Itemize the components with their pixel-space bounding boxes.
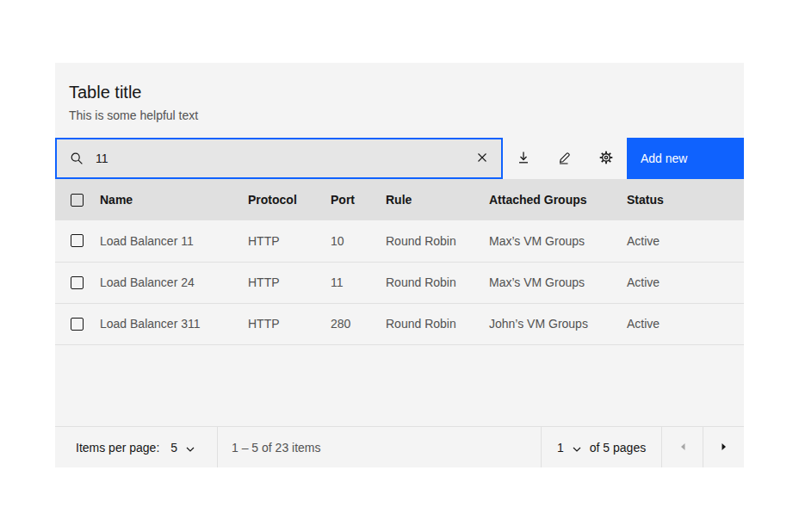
chevron-down-icon xyxy=(186,441,195,455)
column-header-rule: Rule xyxy=(386,179,489,220)
add-new-button-label: Add new xyxy=(641,152,687,165)
items-per-page-label: Items per page: xyxy=(76,441,159,455)
page-number-section: 1 of 5 pages xyxy=(541,427,661,467)
row-checkbox[interactable] xyxy=(71,234,84,247)
cell-name: Load Balancer 11 xyxy=(100,220,248,262)
page-number-value: 1 xyxy=(557,441,564,455)
cell-protocol: HTTP xyxy=(248,262,331,303)
chevron-down-icon xyxy=(573,441,581,455)
column-header-protocol: Protocol xyxy=(248,179,331,220)
previous-page-button[interactable] xyxy=(661,427,703,467)
download-button[interactable] xyxy=(503,138,544,179)
cell-protocol: HTTP xyxy=(248,220,331,262)
row-checkbox[interactable] xyxy=(71,318,84,331)
edit-icon xyxy=(558,151,572,167)
cell-name: Load Balancer 24 xyxy=(100,262,248,303)
settings-icon xyxy=(599,151,613,167)
cell-rule: Round Robin xyxy=(386,262,489,303)
cell-status: Active xyxy=(627,220,744,262)
column-header-name: Name xyxy=(100,179,248,220)
edit-button[interactable] xyxy=(544,138,585,179)
download-icon xyxy=(517,151,530,167)
add-new-button[interactable]: Add new xyxy=(627,138,744,179)
next-page-button[interactable] xyxy=(703,427,744,467)
caret-right-icon xyxy=(721,441,728,454)
cell-name: Load Balancer 311 xyxy=(100,303,248,344)
cell-attached-groups: John’s VM Groups xyxy=(489,303,627,344)
clear-search-button[interactable] xyxy=(468,145,496,172)
items-per-page-section: Items per page: 5 xyxy=(55,427,217,467)
close-icon xyxy=(477,152,487,165)
cell-port: 11 xyxy=(331,262,386,303)
table-toolbar: Add new xyxy=(55,138,744,179)
cell-rule: Round Robin xyxy=(386,220,489,262)
pages-count-label: of 5 pages xyxy=(590,441,646,455)
settings-button[interactable] xyxy=(585,138,627,179)
table-row: Load Balancer 24 HTTP 11 Round Robin Max… xyxy=(55,262,744,303)
data-table: Name Protocol Port Rule Attached Groups … xyxy=(55,179,744,345)
cell-port: 280 xyxy=(331,303,386,344)
table-row: Load Balancer 11 HTTP 10 Round Robin Max… xyxy=(55,220,744,262)
pagination-bar: Items per page: 5 1 – 5 of 23 items 1 of… xyxy=(55,426,744,467)
page-title: Table title xyxy=(69,81,730,103)
cell-status: Active xyxy=(627,262,744,303)
data-table-card: Table title This is some helpful text xyxy=(55,63,744,467)
cell-rule: Round Robin xyxy=(386,303,489,344)
column-header-port: Port xyxy=(331,179,386,220)
cell-port: 10 xyxy=(331,220,386,262)
cell-protocol: HTTP xyxy=(248,303,331,344)
cell-attached-groups: Max’s VM Groups xyxy=(489,220,627,262)
page-subtitle: This is some helpful text xyxy=(69,108,730,123)
row-checkbox[interactable] xyxy=(71,276,84,289)
search-input-wrapper xyxy=(55,138,503,179)
caret-left-icon xyxy=(679,441,686,454)
title-block: Table title This is some helpful text xyxy=(55,63,744,123)
header-row: Name Protocol Port Rule Attached Groups … xyxy=(55,179,744,220)
select-all-checkbox[interactable] xyxy=(71,194,84,207)
items-per-page-value: 5 xyxy=(170,441,177,455)
table-row: Load Balancer 311 HTTP 280 Round Robin J… xyxy=(55,303,744,344)
search-input[interactable] xyxy=(96,139,492,177)
page-range-text: 1 – 5 of 23 items xyxy=(232,441,321,455)
page-range-section: 1 – 5 of 23 items xyxy=(217,427,541,467)
cell-attached-groups: Max’s VM Groups xyxy=(489,262,627,303)
column-header-status: Status xyxy=(627,179,744,220)
column-header-attached-groups: Attached Groups xyxy=(489,179,627,220)
page-number-select[interactable]: 1 xyxy=(557,441,581,455)
items-per-page-select[interactable]: 5 xyxy=(170,441,195,455)
search-icon xyxy=(70,152,84,169)
cell-status: Active xyxy=(627,303,744,344)
